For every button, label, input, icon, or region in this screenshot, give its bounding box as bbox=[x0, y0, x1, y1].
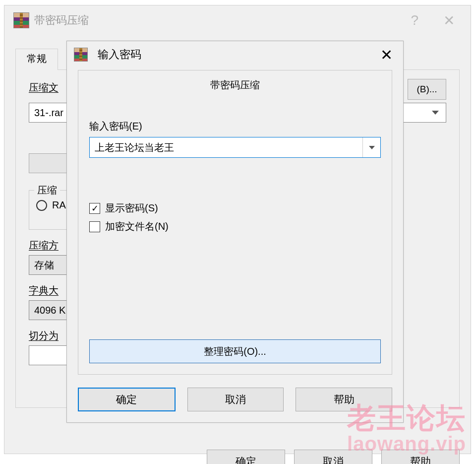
password-input[interactable] bbox=[90, 137, 360, 157]
modal-help-label: 帮助 bbox=[334, 393, 355, 406]
modal-titlebar: 输入密码 ✕ bbox=[67, 41, 403, 68]
radio-icon bbox=[36, 200, 47, 211]
dictionary-size-value: 4096 K bbox=[34, 305, 65, 316]
modal-ok-button[interactable]: 确定 bbox=[78, 388, 176, 411]
parent-cancel-label: 取消 bbox=[323, 455, 344, 464]
modal-help-button[interactable]: 帮助 bbox=[296, 388, 392, 411]
checkbox-icon bbox=[89, 221, 100, 232]
parent-ok-label: 确定 bbox=[236, 455, 256, 464]
compression-method-value: 存储 bbox=[34, 259, 54, 272]
winrar-icon bbox=[13, 12, 29, 28]
dictionary-size-label: 字典大 bbox=[29, 284, 59, 297]
password-options: 显示密码(S) 加密文件名(N) bbox=[89, 201, 381, 233]
help-icon[interactable]: ? bbox=[411, 12, 418, 29]
modal-ok-label: 确定 bbox=[116, 393, 137, 406]
parent-window-title: 带密码压缩 bbox=[34, 13, 89, 28]
show-password-checkbox[interactable]: 显示密码(S) bbox=[89, 201, 381, 215]
parent-titlebar: 带密码压缩 ? ✕ bbox=[4, 5, 471, 35]
encrypt-filenames-label: 加密文件名(N) bbox=[105, 220, 169, 233]
organize-passwords-button[interactable]: 整理密码(O)... bbox=[89, 339, 381, 363]
encrypt-filenames-checkbox[interactable]: 加密文件名(N) bbox=[89, 220, 381, 233]
close-icon[interactable]: ✕ bbox=[376, 46, 396, 64]
modal-body: 带密码压缩 输入密码(E) 显示密码(S) 加密文件名(N) 整理密码(O)..… bbox=[78, 70, 392, 375]
modal-cancel-button[interactable]: 取消 bbox=[187, 388, 284, 411]
parent-cancel-button[interactable]: 取消 bbox=[294, 450, 372, 464]
split-volumes-label: 切分为 bbox=[29, 329, 59, 342]
modal-dialog-buttons: 确定 取消 帮助 bbox=[78, 388, 392, 411]
archive-name-value: 31-.rar bbox=[34, 107, 63, 119]
modal-heading: 带密码压缩 bbox=[89, 78, 381, 92]
checkbox-icon bbox=[89, 203, 100, 214]
format-rar-label: RA bbox=[52, 199, 66, 211]
password-input-wrap bbox=[89, 137, 381, 158]
close-icon[interactable]: ✕ bbox=[443, 12, 455, 29]
winrar-icon bbox=[74, 48, 88, 62]
organize-passwords-label: 整理密码(O)... bbox=[204, 345, 266, 358]
browse-button[interactable]: (B)... bbox=[408, 79, 446, 100]
modal-cancel-label: 取消 bbox=[225, 393, 246, 406]
tab-general[interactable]: 常规 bbox=[15, 49, 58, 70]
modal-title: 输入密码 bbox=[98, 47, 141, 62]
show-password-label: 显示密码(S) bbox=[105, 201, 158, 215]
compression-method-label: 压缩方 bbox=[29, 239, 59, 252]
password-label: 输入密码(E) bbox=[89, 120, 381, 133]
parent-help-button[interactable]: 帮助 bbox=[381, 450, 460, 464]
parent-dialog-buttons: 确定 取消 帮助 bbox=[15, 450, 460, 464]
browse-button-label: (B)... bbox=[416, 84, 437, 95]
parent-window-controls: ? ✕ bbox=[411, 12, 467, 29]
parent-ok-button[interactable]: 确定 bbox=[207, 450, 285, 464]
archive-format-legend: 压缩 bbox=[34, 184, 60, 197]
password-dialog: 输入密码 ✕ 带密码压缩 输入密码(E) 显示密码(S) 加密文件名(N) 整理… bbox=[66, 41, 404, 423]
password-dropdown-button[interactable] bbox=[362, 137, 380, 157]
parent-help-label: 帮助 bbox=[410, 455, 431, 464]
archive-name-label: 压缩文 bbox=[29, 81, 59, 94]
